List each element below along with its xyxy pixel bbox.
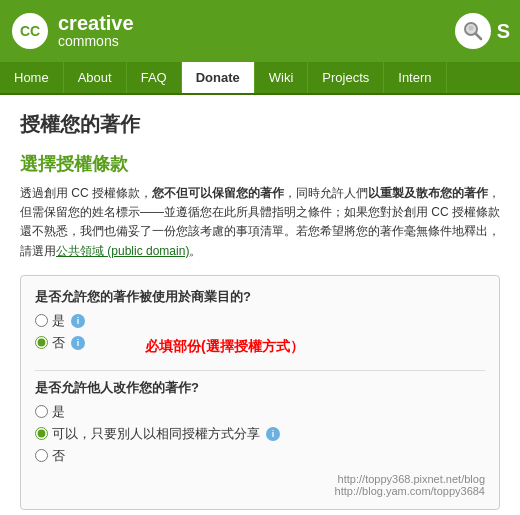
svg-point-2	[468, 26, 473, 31]
q2-option-share: 可以，只要別人以相同授權方式分享 i	[35, 425, 485, 443]
q2-no-label: 否	[52, 447, 65, 465]
intro-cont4: 。	[189, 244, 201, 258]
page-title: 授權您的著作	[20, 111, 500, 138]
nav-intern[interactable]: Intern	[384, 62, 446, 93]
q1-no-label: 否	[52, 334, 65, 352]
q2-share-label: 可以，只要別人以相同授權方式分享	[52, 425, 260, 443]
intro-cont1: ，同時允許人們	[284, 186, 368, 200]
logo-area: CC creative commons	[10, 11, 134, 51]
watermark-line1: http://toppy368.pixnet.net/blog	[35, 473, 485, 485]
nav-wiki[interactable]: Wiki	[255, 62, 309, 93]
q1-option-yes: 是 i	[35, 312, 485, 330]
q1-label: 是否允許您的著作被使用於商業目的?	[35, 288, 485, 306]
intro-bold2: 以重製及散布您的著作	[368, 186, 488, 200]
header: CC creative commons S	[0, 0, 520, 62]
q1-no-info-icon[interactable]: i	[71, 336, 85, 350]
search-icon[interactable]	[455, 13, 491, 49]
logo-text-area: creative commons	[58, 12, 134, 49]
q2-radio-share[interactable]	[35, 427, 48, 440]
site-label: S	[497, 20, 510, 43]
q2-label: 是否允許他人改作您的著作?	[35, 379, 485, 397]
intro-line1: 透過創用 CC 授權條款，	[20, 186, 152, 200]
nav-projects[interactable]: Projects	[308, 62, 384, 93]
section-title: 選擇授權條款	[20, 152, 500, 176]
q2-option-no: 否	[35, 447, 485, 465]
nav-home[interactable]: Home	[0, 62, 64, 93]
nav-donate[interactable]: Donate	[182, 62, 255, 93]
q1-option-no: 否 i	[35, 334, 85, 352]
intro-bold1: 您不但可以保留您的著作	[152, 186, 284, 200]
q1-radio-yes[interactable]	[35, 314, 48, 327]
navigation: Home About FAQ Donate Wiki Projects Inte…	[0, 62, 520, 95]
q1-yes-info-icon[interactable]: i	[71, 314, 85, 328]
license-selection-box: 是否允許您的著作被使用於商業目的? 是 i 否 i 必填部份(選擇授權方式） 是…	[20, 275, 500, 510]
q2-radio-yes[interactable]	[35, 405, 48, 418]
q2-share-info-icon[interactable]: i	[266, 427, 280, 441]
required-notice: 必填部份(選擇授權方式）	[145, 338, 304, 356]
q2-radio-no[interactable]	[35, 449, 48, 462]
q1-yes-label: 是	[52, 312, 65, 330]
content-area: 授權您的著作 選擇授權條款 透過創用 CC 授權條款，您不但可以保留您的著作，同…	[0, 95, 520, 515]
q2-option-yes: 是	[35, 403, 485, 421]
nav-about[interactable]: About	[64, 62, 127, 93]
logo-name: creative commons	[58, 12, 134, 49]
cc-logo-circle: CC	[10, 11, 50, 51]
svg-line-1	[475, 34, 481, 40]
nav-faq[interactable]: FAQ	[127, 62, 182, 93]
q2-yes-label: 是	[52, 403, 65, 421]
q1-radio-no[interactable]	[35, 336, 48, 349]
divider	[35, 370, 485, 371]
watermark-line2: http://blog.yam.com/toppy3684	[35, 485, 485, 497]
watermark-area: http://toppy368.pixnet.net/blog http://b…	[35, 473, 485, 497]
intro-text: 透過創用 CC 授權條款，您不但可以保留您的著作，同時允許人們以重製及散布您的著…	[20, 184, 500, 261]
public-domain-link[interactable]: 公共領域 (public domain)	[56, 244, 189, 258]
header-right: S	[455, 13, 510, 49]
